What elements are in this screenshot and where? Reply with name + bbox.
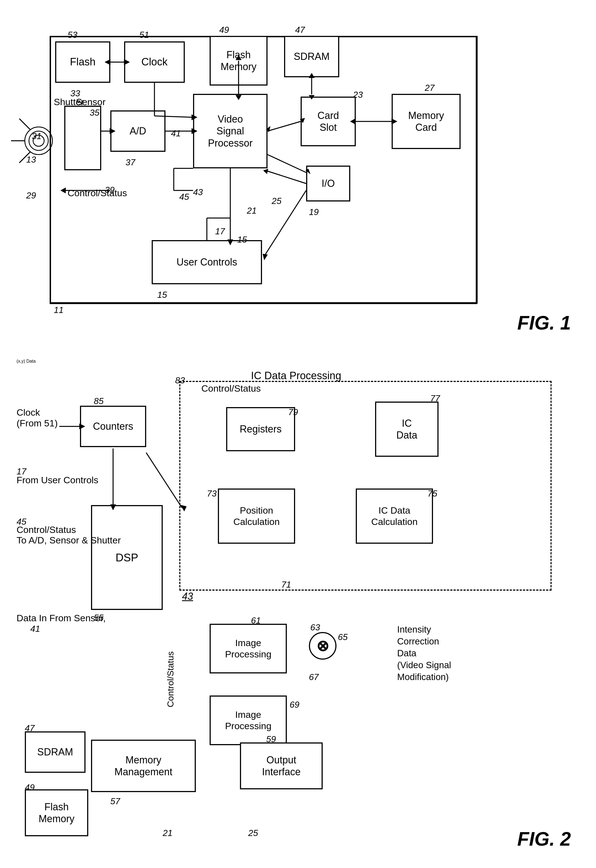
image-processing-1-box: Image Processing [209,624,287,673]
ref-27: 27 [425,83,435,93]
ref2-61: 61 [251,615,261,625]
ref-43: 43 [193,187,203,197]
dsp-box: DSP [91,505,163,610]
sensor-label: Sensor [76,97,106,107]
ic-data-box: IC Data [375,402,438,457]
ref2-85: 85 [94,396,104,406]
ref2-71: 71 [281,580,291,590]
ref-15: 15 [237,235,247,245]
control-status-label: Control/Status [68,188,127,198]
control-status-vert: Control/Status [165,651,176,707]
ref-47: 47 [295,25,305,35]
svg-line-28 [19,119,30,130]
ref2-49: 49 [25,782,35,793]
vsp-box: Video Signal Processor [193,94,267,169]
user-controls-box: User Controls [152,240,262,284]
ref-17: 17 [215,226,225,237]
svg-line-50 [146,452,182,508]
fig1-label: FIG. 1 [518,312,571,334]
ref2-21: 21 [163,828,173,838]
registers-box: Registers [226,407,295,451]
ref2-69: 69 [289,699,299,710]
ref2-65: 65 [338,632,348,642]
ref-13: 13 [26,155,36,165]
page: Flash 53 Clock 51 Flash Memory 49 SDRAM … [0,0,596,868]
from-user-controls-label: From User Controls [16,475,99,485]
io-box: I/O [306,166,350,201]
ref-25: 25 [271,196,282,206]
ref-19: 19 [309,207,319,217]
intensity-correction-label: Intensity Correction Data (Video Signal … [397,624,451,683]
clock-from51-label: Clock (From 51) [16,407,58,429]
ic-data-processing-label: IC Data Processing [251,370,341,382]
fig2-diagram: IC Data Processing Control/Status Regist… [16,359,582,856]
sdram2-box: SDRAM [25,731,86,773]
ref2-63: 63 [310,623,320,633]
ref-21: 21 [247,206,257,216]
ref-53: 53 [68,30,78,40]
memory-card-box: Memory Card [392,94,460,149]
ref2-75: 75 [428,488,437,499]
flash-box: Flash [55,41,110,83]
flash-memory-box: Flash Memory [209,36,267,86]
ref-23: 23 [353,90,363,100]
ref-41: 41 [171,128,181,139]
ref2-59: 59 [266,734,276,744]
fig1-diagram: Flash 53 Clock 51 Flash Memory 49 SDRAM … [16,8,582,340]
control-status-top: Control/Status [201,383,261,394]
data-in-sensor-label: Data In From Sensor, [16,613,106,624]
flash-memory2-box: Flash Memory [25,789,88,836]
card-slot-box: Card Slot [301,97,356,146]
ref-45: 45 [179,192,189,202]
ref-31: 31 [32,131,42,141]
ref-37: 37 [125,157,136,167]
ref2-83: 83 [175,376,185,386]
output-interface-box: Output Interface [240,742,323,789]
ref2-67: 67 [309,672,319,682]
ref2-77: 77 [430,393,440,404]
ref2-57: 57 [110,796,120,806]
position-calc-box: Position Calculation [218,488,295,544]
ref2-41: 41 [30,624,40,634]
ref-11: 11 [54,305,64,315]
ref2-43: 43 [182,591,193,602]
clock-box: Clock [124,41,185,83]
ic-data-calc-box: IC Data Calculation [356,488,433,544]
counters-box: Counters [80,406,146,447]
ref2-79: 79 [288,407,298,417]
ref-15-uc: 15 [157,290,167,300]
to-ad-label: To A/D, Sensor & Shutter [16,535,121,546]
ref2-45: 45 [16,517,27,527]
ref-39: 39 [105,185,115,195]
ad-box: A/D [110,110,165,152]
ref-49: 49 [219,25,229,35]
ref2-17: 17 [16,466,27,477]
ref-29: 29 [26,191,36,201]
ref2-73: 73 [207,488,217,499]
sdram-box: SDRAM [284,36,339,77]
multiply-circle: ⊗ [309,632,336,660]
memory-management-box: Memory Management [91,740,196,792]
ref-35: 35 [90,108,100,118]
ref-51: 51 [139,30,149,40]
ref2-25: 25 [248,828,258,838]
ref2-47: 47 [25,723,35,733]
fig2-label: FIG. 2 [518,828,571,850]
